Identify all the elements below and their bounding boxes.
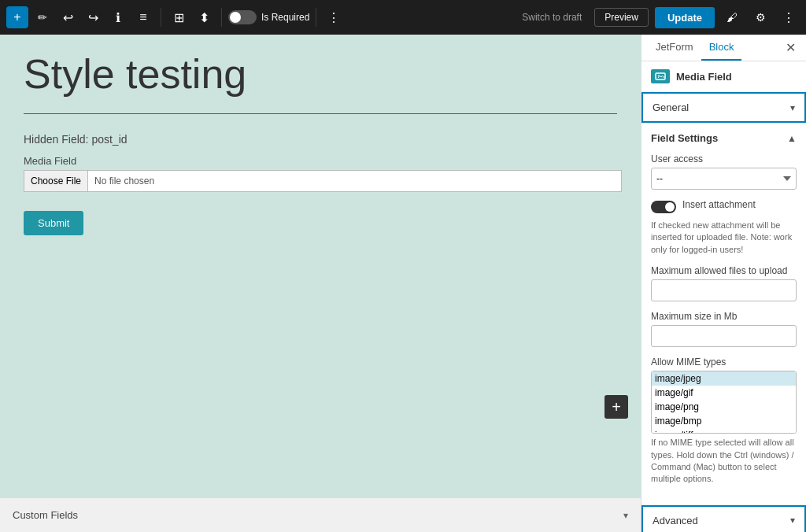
custom-fields-toggle[interactable]: ▾ (623, 510, 628, 521)
undo-button[interactable]: ↩ (57, 6, 79, 28)
media-field-title: Media Field (676, 71, 732, 83)
general-section-header[interactable]: General ▾ (641, 92, 806, 123)
separator-3 (316, 8, 316, 27)
advanced-arrow: ▾ (790, 515, 795, 526)
switch-draft-button[interactable]: Switch to draft (516, 9, 588, 26)
pencil-icon: ✏ (38, 11, 47, 24)
toolbar-right: Switch to draft Preview Update 🖌 ⚙ ⋮ (516, 6, 800, 28)
svg-point-1 (658, 75, 660, 76)
mime-option-png: image/png (652, 400, 796, 414)
hidden-field-label: Hidden Field: post_id (24, 133, 617, 146)
custom-fields-bar[interactable]: Custom Fields ▾ (0, 497, 641, 532)
field-settings-header[interactable]: Field Settings ▲ (651, 132, 797, 144)
canvas-add-icon: + (612, 398, 621, 416)
chevron-ud-icon: ⬍ (199, 10, 209, 25)
max-size-group: Maximum size in Mb (651, 311, 797, 347)
tab-jetform[interactable]: JetForm (648, 35, 701, 61)
field-settings-section: Field Settings ▲ User access -- Logged i… (641, 123, 806, 505)
max-files-input[interactable] (651, 279, 797, 301)
custom-fields-label: Custom Fields (13, 509, 78, 521)
user-access-group: User access -- Logged in users All users (651, 153, 797, 190)
add-block-button[interactable]: + (6, 6, 28, 28)
media-field-icon (651, 69, 670, 83)
max-size-input[interactable] (651, 325, 797, 347)
info-button[interactable]: ℹ (107, 6, 129, 28)
panel-close-button[interactable]: ✕ (781, 39, 800, 57)
mime-option-tiff: image/tiff (652, 428, 796, 434)
mime-types-group: Allow MIME types image/jpeg image/gif im… (651, 357, 797, 486)
mime-option-bmp: image/bmp (652, 414, 796, 428)
media-field-header: Media Field (641, 61, 806, 92)
file-no-chosen-text: No file chosen (88, 170, 622, 192)
advanced-section-header[interactable]: Advanced ▾ (641, 505, 806, 532)
main-area: Style testing Hidden Field: post_id Medi… (0, 35, 806, 532)
insert-attachment-toggle[interactable] (651, 201, 676, 213)
canvas: Style testing Hidden Field: post_id Medi… (0, 35, 641, 497)
user-access-select[interactable]: -- Logged in users All users (651, 168, 797, 190)
divider (24, 113, 617, 114)
list-icon: ≡ (139, 10, 146, 24)
allow-mime-label: Allow MIME types (651, 357, 797, 368)
block-icon: ⊞ (174, 10, 184, 25)
top-toolbar: + ✏ ↩ ↪ ℹ ≡ ⊞ ⬍ Is Required ⋮ Switch to … (0, 0, 806, 35)
media-field-form: Media Field Choose File No file chosen (24, 155, 617, 192)
choose-file-button[interactable]: Choose File (24, 170, 88, 192)
field-settings-arrow: ▲ (787, 133, 797, 144)
paint-button[interactable]: 🖌 (721, 6, 743, 28)
more-options-button[interactable]: ⋮ (323, 6, 345, 28)
separator-1 (161, 8, 161, 27)
max-files-group: Maximum allowed files to upload (651, 265, 797, 301)
preview-button[interactable]: Preview (594, 8, 649, 27)
toggle-switch[interactable] (228, 10, 257, 24)
info-icon: ℹ (116, 10, 120, 25)
insert-attachment-row: Insert attachment (651, 199, 797, 213)
more-right-button[interactable]: ⋮ (778, 6, 800, 28)
more-right-icon: ⋮ (782, 10, 795, 25)
add-icon: + (13, 10, 20, 24)
user-access-label: User access (651, 153, 797, 164)
submit-button[interactable]: Submit (24, 211, 83, 235)
required-label: Is Required (261, 12, 309, 23)
advanced-label: Advanced (653, 515, 698, 526)
field-settings-title: Field Settings (651, 132, 718, 144)
page-title: Style testing (24, 50, 617, 98)
panel-tabs: JetForm Block ✕ (641, 35, 806, 61)
mime-option-jpeg: image/jpeg (652, 371, 796, 386)
media-field-form-label: Media Field (24, 155, 617, 167)
insert-attachment-label: Insert attachment (682, 199, 756, 212)
pencil-button[interactable]: ✏ (31, 6, 54, 28)
max-files-label: Maximum allowed files to upload (651, 265, 797, 276)
mime-helper-text: If no MIME type selected will allow all … (651, 437, 797, 486)
block-view-button[interactable]: ⊞ (168, 6, 190, 28)
mime-option-gif: image/gif (652, 386, 796, 400)
more-icon: ⋮ (327, 10, 340, 25)
insert-attachment-helper: If checked new attachment will be insert… (651, 220, 797, 256)
separator-2 (221, 8, 222, 27)
paint-icon: 🖌 (727, 11, 738, 24)
undo-icon: ↩ (63, 10, 73, 25)
required-toggle[interactable]: Is Required (228, 10, 309, 24)
toggle-knob-insert (665, 202, 675, 212)
redo-button[interactable]: ↪ (82, 6, 104, 28)
general-arrow: ▾ (790, 102, 795, 113)
list-view-button[interactable]: ≡ (132, 6, 154, 28)
update-button[interactable]: Update (655, 7, 715, 28)
toggle-knob (230, 12, 241, 23)
max-size-label: Maximum size in Mb (651, 311, 797, 322)
mime-types-listbox[interactable]: image/jpeg image/gif image/png image/bmp… (651, 371, 797, 434)
right-panel: JetForm Block ✕ Media Field General ▾ Fi… (641, 35, 806, 532)
general-label: General (653, 102, 689, 113)
gear-icon: ⚙ (756, 11, 766, 24)
block-nav-button[interactable]: ⬍ (193, 6, 215, 28)
redo-icon: ↪ (88, 10, 98, 25)
settings-button[interactable]: ⚙ (749, 6, 771, 28)
tab-block[interactable]: Block (701, 35, 742, 61)
canvas-add-button[interactable]: + (604, 395, 628, 419)
file-input-row: Choose File No file chosen (24, 170, 622, 192)
